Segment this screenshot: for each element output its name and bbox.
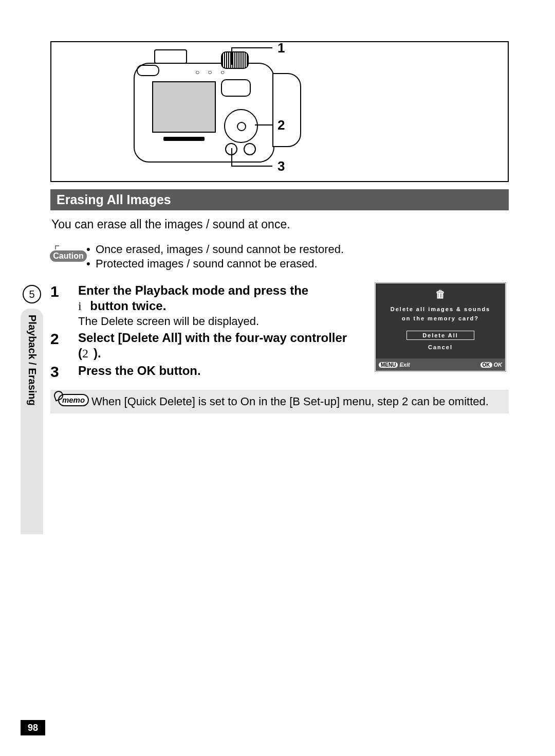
- memo-block: memo When [Quick Delete] is set to On in…: [50, 390, 509, 413]
- step-3: 3 Press the OK button.: [50, 363, 370, 381]
- camera-figure: ○ ○ ○ 1 2 3: [50, 41, 509, 182]
- lcd-option-cancel: Cancel: [406, 343, 474, 351]
- lcd-option-delete-all: Delete All: [406, 331, 474, 340]
- figure-callout-2: 2: [278, 117, 285, 133]
- lcd-line1: Delete all images & sounds: [376, 306, 505, 312]
- trash-icon: 🗑: [376, 289, 505, 300]
- lcd-ok: OKOK: [480, 362, 503, 368]
- lcd-line2: on the memory card?: [376, 315, 505, 321]
- caution-block: Caution Once erased, images / sound cann…: [50, 242, 509, 272]
- caution-item: Protected images / sound cannot be erase…: [86, 257, 344, 271]
- chapter-number: 5: [23, 285, 41, 303]
- section-heading: Erasing All Images: [50, 189, 509, 210]
- step-2: 2 Select [Delete All] with the four-way …: [50, 330, 370, 361]
- figure-callout-1: 1: [278, 40, 285, 56]
- chapter-label: Playback / Erasing: [26, 315, 38, 406]
- section-intro: You can erase all the images / sound at …: [51, 218, 509, 231]
- chapter-tab: 5 Playback / Erasing: [21, 285, 43, 534]
- memo-text: When [Quick Delete] is set to On in the …: [91, 394, 489, 409]
- memo-icon: memo: [58, 394, 89, 406]
- camera-lcd-preview: 🗑 Delete all images & sounds on the memo…: [375, 283, 506, 371]
- lcd-menu-exit: MENUExit: [379, 362, 410, 368]
- caution-item: Once erased, images / sound cannot be re…: [86, 243, 344, 256]
- caution-icon: Caution: [50, 250, 87, 262]
- step-1: 1 Enter the Playback mode and press the …: [50, 283, 370, 328]
- page-number: 98: [21, 720, 45, 735]
- camera-illustration: ○ ○ ○: [134, 52, 288, 166]
- figure-callout-3: 3: [278, 158, 285, 174]
